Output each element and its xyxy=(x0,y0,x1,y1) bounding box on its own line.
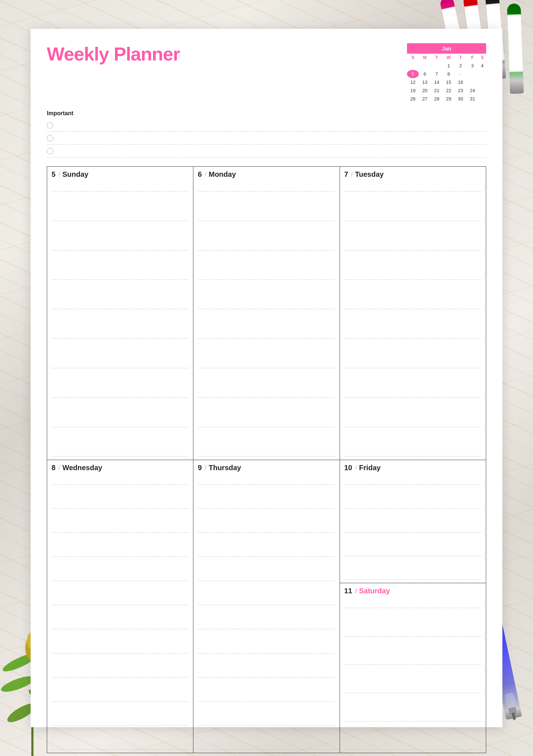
friday-lines xyxy=(344,475,482,580)
line xyxy=(198,571,335,581)
cal-day-28: 28 xyxy=(431,95,443,103)
thursday-slash: / xyxy=(205,464,206,472)
checkbox-1[interactable] xyxy=(47,122,53,129)
line xyxy=(344,388,482,398)
cal-day xyxy=(431,62,443,70)
tuesday-slash: / xyxy=(351,171,353,178)
line xyxy=(51,299,189,309)
friday-name: Friday xyxy=(359,464,381,472)
monday-header: 6 / Monday xyxy=(198,170,335,179)
line xyxy=(51,475,189,485)
saturday-header: 11 / Saturday xyxy=(344,587,482,595)
bottom-row: 8 / Wednesday xyxy=(47,460,486,753)
line xyxy=(51,358,189,368)
cal-day-21: 21 xyxy=(431,86,443,95)
line xyxy=(198,740,335,750)
line xyxy=(51,643,189,653)
line xyxy=(344,655,482,665)
cal-week-4: 19 20 21 22 23 24 xyxy=(407,86,486,95)
cal-day-8: 8 xyxy=(443,70,454,78)
line xyxy=(198,388,335,398)
cal-day-11 xyxy=(478,70,486,78)
cal-day-12: 12 xyxy=(407,78,419,86)
important-item-2 xyxy=(47,132,486,145)
line xyxy=(198,523,335,533)
cal-header-sun: S xyxy=(407,54,419,62)
line xyxy=(344,299,482,309)
sunday-slash: / xyxy=(58,171,60,178)
monday-name: Monday xyxy=(209,170,236,179)
cal-header-wed: W xyxy=(443,54,454,62)
line xyxy=(51,240,189,251)
friday-header: 10 / Friday xyxy=(344,464,482,472)
cal-week-2: 5 6 7 8 · xyxy=(407,70,486,78)
cal-day-27: 27 xyxy=(419,95,431,103)
line xyxy=(344,240,482,251)
tuesday-header: 7 / Tuesday xyxy=(344,170,482,179)
line xyxy=(51,547,189,557)
sunday-lines xyxy=(51,181,189,457)
line xyxy=(344,270,482,280)
marker-green xyxy=(507,3,524,94)
important-label: Important xyxy=(47,110,486,117)
line xyxy=(198,619,335,629)
line xyxy=(51,595,189,605)
monday-num: 6 xyxy=(198,170,202,179)
calendar-month: Jan xyxy=(407,43,486,54)
line xyxy=(198,692,335,702)
page-title: Weekly Planner xyxy=(47,43,180,65)
line xyxy=(198,181,335,192)
cal-header-sat: S xyxy=(478,54,486,62)
cal-day-26: 26 xyxy=(407,95,419,103)
thursday-lines xyxy=(198,475,335,750)
sunday-num: 5 xyxy=(51,170,55,179)
day-cell-friday: 10 / Friday xyxy=(340,460,486,584)
line xyxy=(344,626,482,636)
calendar-table: S M T W T F S 1 2 xyxy=(407,54,486,103)
line xyxy=(344,475,482,485)
cal-header-fri: F xyxy=(466,54,478,62)
line xyxy=(51,181,189,192)
line xyxy=(344,211,482,221)
cal-day xyxy=(419,62,431,70)
cal-day-23: 23 xyxy=(454,86,466,95)
cal-day-25 xyxy=(478,86,486,95)
cal-day-22: 22 xyxy=(443,86,454,95)
cal-day: 1 xyxy=(443,62,454,70)
day-cell-sunday: 5 / Sunday xyxy=(47,167,193,460)
cal-day-15: 15 xyxy=(443,78,454,86)
line xyxy=(198,716,335,726)
cal-day-13: 13 xyxy=(419,78,431,86)
line xyxy=(344,499,482,509)
line xyxy=(198,547,335,557)
tuesday-name: Tuesday xyxy=(355,170,384,179)
cal-day-31: 31 xyxy=(466,95,478,103)
line xyxy=(51,270,189,280)
cal-header-tue: T xyxy=(431,54,443,62)
cal-day-7: 7 xyxy=(431,70,443,78)
monday-slash: / xyxy=(205,171,206,178)
cal-day: 4 xyxy=(478,62,486,70)
thursday-num: 9 xyxy=(198,464,202,472)
line xyxy=(198,475,335,485)
line xyxy=(198,417,335,427)
saturday-lines xyxy=(344,598,482,750)
checkbox-3[interactable] xyxy=(47,148,53,154)
day-cell-thursday: 9 / Thursday xyxy=(193,460,340,753)
cal-day-20: 20 xyxy=(419,86,431,95)
important-item-1 xyxy=(47,119,486,132)
cal-day-empty xyxy=(478,95,486,103)
cal-day-9: · xyxy=(454,70,466,78)
line xyxy=(198,329,335,339)
cal-day-6: 6 xyxy=(419,70,431,78)
cal-day-5: 5 xyxy=(407,70,419,78)
checkbox-2[interactable] xyxy=(47,135,53,141)
cal-day: 3 xyxy=(466,62,478,70)
important-section: Important xyxy=(47,110,486,158)
line xyxy=(344,417,482,427)
mini-calendar: Jan S M T W T F S xyxy=(407,43,486,103)
line xyxy=(344,181,482,192)
planner-body: 5 / Sunday xyxy=(47,166,486,753)
line xyxy=(51,571,189,581)
line xyxy=(198,211,335,221)
